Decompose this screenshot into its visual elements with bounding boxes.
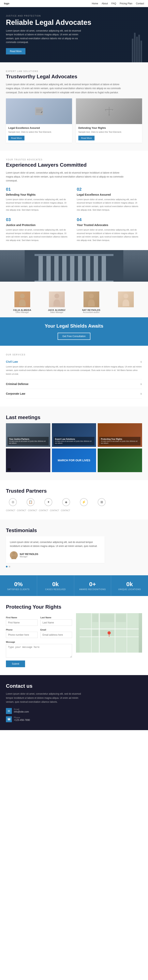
advocate-4-title: Your Trusted Advocates xyxy=(77,223,142,227)
avatar-4 xyxy=(118,291,134,307)
svg-point-24 xyxy=(54,294,59,298)
partner-label-1: CONTACT xyxy=(6,509,15,512)
testimonial-text-1: Lorem ipsum dolor sit amet, consectetur … xyxy=(10,540,101,548)
contact-info: ✉ Email info@site.com ☎ Phone +123-456-7… xyxy=(6,708,142,722)
card-law-btn[interactable]: Read More xyxy=(8,136,24,140)
svg-rect-18 xyxy=(78,256,82,282)
map-bg xyxy=(76,613,142,652)
consultation-button[interactable]: Get Free Consultation xyxy=(57,333,90,340)
partner-label-4: CONTACT xyxy=(39,509,48,512)
testimonial-dots xyxy=(6,566,142,567)
svg-rect-22 xyxy=(35,281,113,282)
form-fields: First Name Last Name Phone Email Message xyxy=(6,613,72,667)
nav-pricing[interactable]: Pricing Plan xyxy=(120,2,132,5)
svg-rect-13 xyxy=(38,256,43,282)
meeting-date-2: At vero eos et accusam et justo duo dolo… xyxy=(55,440,93,444)
team-member-3: NAT REYNOLDS Accountant-auditor xyxy=(75,291,108,313)
meeting-card-1: Your Justice Partners At vero eos et acc… xyxy=(6,423,50,447)
service-civil-law: Civil Law ∨ Lorem ipsum dolor sit amet, … xyxy=(6,357,142,379)
svg-rect-15 xyxy=(54,256,59,282)
service-criminal-chevron: ∨ xyxy=(140,382,142,385)
svg-rect-20 xyxy=(94,256,98,282)
nav-contact[interactable]: Contact xyxy=(136,2,144,5)
svg-rect-35 xyxy=(92,614,98,622)
meeting-overlay-1: Your Justice Partners At vero eos et acc… xyxy=(8,437,49,445)
experienced-title: Experienced Lawyers Committed xyxy=(6,162,142,168)
meeting-img-3: Protecting Your Rights At vero eos et ac… xyxy=(98,423,142,447)
team-grid: CELIA ALMEIDA Office Manager JACK ALVARE… xyxy=(6,291,142,313)
contact-desc: Lorem ipsum dolor sit amet, consectetur … xyxy=(6,692,85,704)
author-name-1: NAT REYNOLDS xyxy=(20,553,38,555)
card-law-text: Sample text. Click to select the Text El… xyxy=(8,130,70,134)
map-placeholder xyxy=(76,613,142,652)
partner-label-5: CONTACT xyxy=(50,509,59,512)
email-input[interactable] xyxy=(40,632,72,638)
meeting-card-6 xyxy=(98,449,142,472)
meetings-section: Last meetings Your Justice Partners At v… xyxy=(0,406,148,480)
partners-grid: ⊙ 📋 ✦ ◈ ⚡ ⊞ xyxy=(6,497,142,507)
service-criminal-header[interactable]: Criminal Defense ∨ xyxy=(6,382,142,385)
stat-cases-label: Cases Resolved xyxy=(41,588,70,590)
phone-input[interactable] xyxy=(6,632,38,638)
submit-button[interactable]: Submit xyxy=(6,660,25,667)
nav-about[interactable]: About xyxy=(102,2,108,5)
service-corporate-chevron: ∨ xyxy=(140,392,142,395)
meeting-card-2: Expert Law Solutions At vero eos et accu… xyxy=(52,423,96,447)
svg-point-26 xyxy=(124,294,128,298)
card-defending-text: Sample text. Click to select the Text El… xyxy=(78,130,140,134)
firstname-input[interactable] xyxy=(6,619,38,626)
partner-label-3: CONTACT xyxy=(28,509,37,512)
services-tag: OUR SERVICES xyxy=(6,354,142,356)
shield-title: Your Legal Shields Awaits xyxy=(6,323,142,329)
card-defending-btn[interactable]: Read More xyxy=(78,136,94,140)
partner-1: ⊙ xyxy=(6,497,20,507)
form-group-email: Email xyxy=(40,628,72,638)
nav-faq[interactable]: FAQ xyxy=(111,2,116,5)
hero-tag: JUSTICE AND PROTECTION xyxy=(6,15,142,17)
meeting-title-3: Protecting Your Rights xyxy=(101,438,139,440)
partner-2: 📋 xyxy=(24,497,38,507)
phone-label: Phone xyxy=(6,628,38,631)
advocate-1-title: Defending Your Rights xyxy=(6,193,71,196)
dot-2[interactable] xyxy=(9,566,10,567)
nav-logo[interactable]: logo xyxy=(4,2,9,5)
advocate-4-text: Lorem ipsum dolor sit amet, consectetur … xyxy=(77,228,142,242)
testimonials-title: Testimonials xyxy=(6,527,142,533)
partner-4: ◈ xyxy=(59,497,73,507)
trustworthy-cards: Legal Excellence Assured Sample text. Cl… xyxy=(6,99,142,143)
team-member-4 xyxy=(110,291,142,313)
meeting-overlay-3: Protecting Your Rights At vero eos et ac… xyxy=(99,437,140,445)
advocate-3: 03 Justice and Protection Lorem ipsum do… xyxy=(6,217,71,242)
hero-title: Reliable Legal Advocates xyxy=(6,19,142,26)
stat-awards-label: Award Recognitions xyxy=(78,588,107,590)
service-civil-name: Civil Law xyxy=(6,360,18,363)
author-info-1: NAT REYNOLDS Manager xyxy=(20,553,38,558)
service-civil-header[interactable]: Civil Law ∨ xyxy=(6,360,142,363)
stat-satisfied: 0% Satisfied Clients xyxy=(0,575,37,596)
testimonial-author-1: NAT REYNOLDS Manager xyxy=(10,551,101,559)
svg-point-25 xyxy=(89,294,94,298)
card-defending-body: Defending Your Rights Sample text. Click… xyxy=(76,124,142,143)
author-avatar-1 xyxy=(10,551,18,559)
member-1-name: CELIA ALMEIDA xyxy=(6,309,38,311)
lastname-input[interactable] xyxy=(40,619,72,626)
svg-rect-12 xyxy=(35,254,113,256)
author-role-1: Manager xyxy=(20,555,38,558)
hero-read-more-button[interactable]: Read More xyxy=(6,48,25,54)
meeting-img-4 xyxy=(6,449,50,472)
svg-rect-17 xyxy=(70,256,75,282)
svg-point-40 xyxy=(108,631,111,635)
partner-label-6: CONTACT xyxy=(61,509,70,512)
meetings-grid-row1: Your Justice Partners At vero eos et acc… xyxy=(6,423,142,447)
form-group-lastname: Last Name xyxy=(40,616,72,626)
card-law-image xyxy=(6,99,72,124)
advocate-1: 01 Defending Your Rights Lorem ipsum dol… xyxy=(6,187,71,212)
card-law-body: Legal Excellence Assured Sample text. Cl… xyxy=(6,124,72,143)
stat-satisfied-label: Satisfied Clients xyxy=(4,588,33,590)
nav-home[interactable]: Home xyxy=(92,2,98,5)
dot-1[interactable] xyxy=(6,566,8,567)
partner-icon-3: ✦ xyxy=(45,498,52,506)
service-corporate-header[interactable]: Corporate Law ∨ xyxy=(6,392,142,395)
message-textarea[interactable] xyxy=(6,644,72,658)
meeting-card-3: Protecting Your Rights At vero eos et ac… xyxy=(98,423,142,447)
